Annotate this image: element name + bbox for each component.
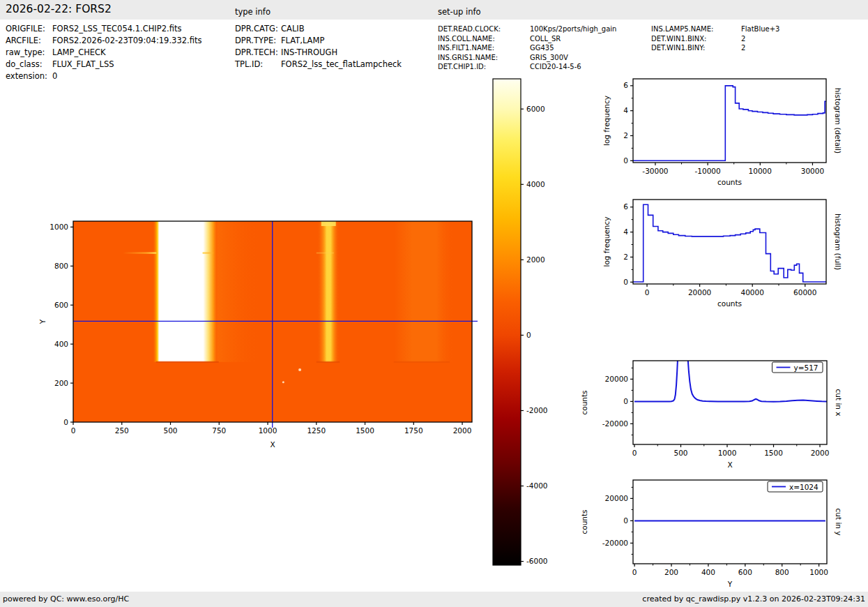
info-row: ORIGFILE:FORS2_LSS_TEC054.1.CHIP2.fits bbox=[6, 23, 201, 35]
raw-image-plot: 0250500750100012501500175020000200400600… bbox=[17, 213, 512, 458]
svg-text:800: 800 bbox=[54, 262, 68, 270]
info-value: FORS2_LSS_TEC054.1.CHIP2.fits bbox=[52, 23, 181, 35]
histogram_full-ylabel: log frequency bbox=[602, 216, 611, 267]
histogram_detail-ylabel: log frequency bbox=[602, 96, 611, 146]
info-value: FORS2_lss_tec_flatLampcheck bbox=[281, 59, 402, 70]
colorbar: 6000400020000-2000-4000-6000 bbox=[491, 75, 571, 572]
info-value: GG435 bbox=[530, 43, 554, 53]
footer-bar: powered by QC: www.eso.org/HC created by… bbox=[0, 592, 868, 607]
cut_in_x-xlabel: X bbox=[727, 460, 732, 469]
histogram-full-plot: 02000040000600000246countslog frequencyh… bbox=[577, 191, 867, 320]
histogram_detail-right-label: histogram (detail) bbox=[834, 88, 842, 153]
svg-text:200: 200 bbox=[664, 568, 678, 576]
cut_in_y-right-label: cut in y bbox=[835, 508, 843, 535]
info-row: ARCFILE:FORS2.2026-02-23T09:04:19.332.fi… bbox=[6, 35, 201, 47]
info-value: GRIS_300V bbox=[530, 53, 568, 63]
setup-info-header: set-up info bbox=[438, 7, 481, 17]
svg-text:600: 600 bbox=[738, 568, 752, 576]
info-value: CALIB bbox=[281, 23, 305, 35]
svg-text:0: 0 bbox=[526, 331, 531, 339]
svg-text:1750: 1750 bbox=[404, 426, 423, 435]
info-value: LAMP_CHECK bbox=[52, 47, 106, 59]
svg-text:400: 400 bbox=[54, 340, 68, 348]
svg-text:30000: 30000 bbox=[801, 167, 824, 175]
histogram_full-right-label: histogram (full) bbox=[834, 213, 842, 270]
info-value: 100Kps/2ports/high_gain bbox=[530, 24, 616, 34]
cut_in_y-xlabel: Y bbox=[727, 580, 733, 588]
info-row: DPR.TYPE:FLAT,LAMP bbox=[235, 35, 402, 47]
info-value: COLL_SR bbox=[530, 34, 561, 44]
histogram_detail-series-line bbox=[633, 86, 826, 160]
info-label: TPL.ID: bbox=[235, 59, 281, 70]
svg-text:400: 400 bbox=[701, 568, 715, 576]
svg-text:4: 4 bbox=[623, 227, 628, 236]
svg-text:20000: 20000 bbox=[688, 288, 711, 297]
histogram_full-canvas: 02000040000600000246countslog frequencyh… bbox=[577, 191, 867, 320]
cut_in_x-canvas: 0500100015002000-20000020000Xcountscut i… bbox=[577, 352, 867, 481]
header-bar: 2026-02-22: FORS2 type info set-up info bbox=[0, 0, 868, 20]
info-label: raw_type: bbox=[6, 47, 52, 59]
info-row: TPL.ID:FORS2_lss_tec_flatLampcheck bbox=[235, 59, 402, 70]
svg-text:1500: 1500 bbox=[764, 449, 783, 457]
info-value: FLUX_FLAT_LSS bbox=[52, 59, 114, 70]
svg-text:6: 6 bbox=[623, 81, 628, 89]
cut_in_y-canvas: 02004006008001000-20000020000Ycountscut … bbox=[577, 472, 867, 600]
info-label: extension: bbox=[6, 70, 52, 82]
svg-text:-20000: -20000 bbox=[602, 419, 628, 428]
svg-text:10000: 10000 bbox=[749, 167, 772, 175]
svg-text:0: 0 bbox=[623, 278, 628, 286]
svg-text:0: 0 bbox=[645, 288, 650, 297]
info-row: INS.LAMP5.NAME:FlatBlue+3 bbox=[651, 24, 779, 34]
cut-in-y-plot: 02004006008001000-20000020000Ycountscut … bbox=[577, 472, 867, 600]
info-value: 2 bbox=[741, 43, 745, 53]
svg-text:750: 750 bbox=[212, 426, 226, 435]
svg-text:0: 0 bbox=[632, 449, 637, 457]
cut_in_y-axes-box bbox=[633, 480, 827, 564]
raw_image-canvas: 0250500750100012501500175020000200400600… bbox=[17, 213, 512, 458]
info-value: 2 bbox=[741, 34, 745, 44]
info-value: INS-THROUGH bbox=[281, 47, 337, 59]
info-label: INS.GRIS1.NAME: bbox=[438, 53, 530, 63]
svg-text:250: 250 bbox=[115, 426, 129, 435]
svg-text:0: 0 bbox=[63, 418, 68, 426]
svg-text:60000: 60000 bbox=[793, 288, 816, 297]
svg-text:1500: 1500 bbox=[356, 426, 374, 435]
info-row: DET.READ.CLOCK:100Kps/2ports/high_gain bbox=[438, 24, 616, 34]
svg-text:20000: 20000 bbox=[605, 494, 628, 502]
footer-powered-by: powered by QC: www.eso.org/HC bbox=[3, 594, 129, 604]
footer-created-by: created by qc_rawdisp.py v1.2.3 on 2026-… bbox=[642, 594, 865, 604]
histogram_detail-canvas: -30000-1000010000300000246countslog freq… bbox=[577, 70, 867, 199]
cut_in_x-series-line bbox=[634, 352, 827, 402]
cut_in_x-plot-area bbox=[634, 352, 827, 402]
info-label: DPR.TYPE: bbox=[235, 35, 281, 47]
histogram_detail-axes-box bbox=[633, 79, 826, 163]
svg-text:2: 2 bbox=[623, 131, 628, 140]
svg-text:500: 500 bbox=[163, 426, 177, 435]
cut_in_y-ticks: 02004006008001000-20000020000 bbox=[602, 487, 828, 576]
info-label: DET.READ.CLOCK: bbox=[438, 24, 530, 34]
histogram_full-ticks: 02000040000600000246 bbox=[623, 202, 816, 297]
histogram_full-axes-box bbox=[633, 200, 826, 284]
info-label: ORIGFILE: bbox=[6, 23, 52, 35]
info-row: DPR.TECH:INS-THROUGH bbox=[235, 47, 402, 59]
page-title: 2026-02-22: FORS2 bbox=[6, 3, 112, 15]
svg-text:6: 6 bbox=[623, 202, 628, 211]
colorbar-canvas: 6000400020000-2000-4000-6000 bbox=[491, 75, 571, 572]
info-label: ARCFILE: bbox=[6, 35, 52, 47]
info-label: DET.CHIP1.ID: bbox=[438, 62, 530, 72]
info-row: raw_type:LAMP_CHECK bbox=[6, 47, 201, 59]
file-info-block: ORIGFILE:FORS2_LSS_TEC054.1.CHIP2.fits A… bbox=[6, 23, 201, 82]
cut_in_x-ylabel: counts bbox=[580, 390, 588, 414]
cut_in_x-axes-box bbox=[633, 361, 827, 444]
cut_in_x-right-label: cut in x bbox=[835, 389, 843, 416]
info-label: DPR.TECH: bbox=[235, 47, 281, 59]
info-label: DPR.CATG: bbox=[235, 23, 281, 35]
histogram_detail-plot-area bbox=[633, 86, 826, 160]
svg-text:-4000: -4000 bbox=[526, 481, 548, 490]
histogram_detail-xlabel: counts bbox=[717, 178, 742, 186]
histogram_full-xlabel: counts bbox=[717, 299, 742, 308]
svg-text:1000: 1000 bbox=[50, 223, 68, 231]
svg-text:0: 0 bbox=[623, 397, 628, 405]
svg-text:1000: 1000 bbox=[809, 568, 828, 576]
svg-text:4000: 4000 bbox=[526, 180, 545, 188]
